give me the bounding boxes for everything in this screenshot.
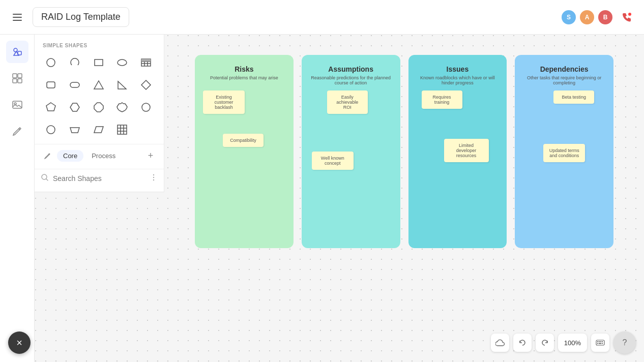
svg-rect-2 [13,20,22,21]
hamburger-button[interactable] [8,8,26,26]
tab-core[interactable]: Core [57,150,83,162]
svg-point-14 [118,59,127,66]
shape-triangle[interactable] [89,75,109,95]
shape-parallelogram[interactable] [89,119,109,140]
shape-pentagon[interactable] [41,97,61,117]
more-options-icon[interactable] [150,173,158,184]
document-title[interactable]: RAID Log Template [33,7,129,27]
avatar-s[interactable]: S [561,9,577,25]
search-icon [41,173,49,184]
raid-card-issues[interactable]: Issues Known roadblocks which have or wi… [408,55,507,248]
shape-trapezoid[interactable] [65,119,85,140]
note-developer[interactable]: Limited developer resources [444,139,489,162]
redo-btn[interactable] [536,334,554,352]
phone-button[interactable] [618,8,636,26]
sidebar-grid-btn[interactable] [6,67,28,89]
svg-point-31 [153,174,154,175]
raid-card-risks[interactable]: Risks Potential problems that may arise … [195,55,294,248]
close-fab[interactable]: × [8,331,31,354]
note-existing-customer[interactable]: Existing customer backlash [203,90,245,114]
avatar-b[interactable]: B [597,9,613,25]
svg-rect-22 [70,82,79,87]
avatar-a[interactable]: A [579,9,595,25]
tab-add[interactable]: + [143,148,158,163]
help-button[interactable]: ? [613,331,636,354]
shape-arc[interactable] [65,52,85,73]
search-input[interactable] [53,174,145,183]
shapes-grid [35,52,164,144]
svg-rect-7 [18,74,22,78]
note-terms[interactable]: Updated terms and conditions [543,144,585,162]
undo-btn[interactable] [513,334,532,352]
svg-point-32 [153,177,154,178]
svg-rect-1 [13,17,22,18]
tab-process[interactable]: Process [85,150,122,162]
svg-rect-13 [95,59,103,66]
issues-subtitle: Known roadblocks which have or will hind… [417,75,499,85]
svg-point-3 [628,13,631,16]
assumptions-subtitle: Reasonable predictions for the planned c… [310,75,392,85]
svg-rect-25 [118,125,127,134]
svg-rect-6 [13,74,17,78]
shape-octagon[interactable] [89,97,109,117]
issues-title: Issues [417,65,499,73]
zoom-level[interactable]: 100% [558,334,587,352]
svg-rect-38 [602,341,603,342]
keyboard-btn[interactable] [591,334,609,352]
shape-circle3[interactable] [41,119,61,140]
sidebar-image-btn[interactable] [6,94,28,116]
shapes-panel: SIMPLE SHAPES [35,35,164,192]
svg-rect-41 [602,343,603,344]
svg-rect-0 [13,14,22,15]
svg-rect-34 [596,340,604,345]
sidebar-draw-btn[interactable] [6,120,28,142]
shape-rectangle[interactable] [89,52,109,73]
dependencies-subtitle: Other tasks that require beginning or co… [523,75,605,85]
bottom-toolbar: 100% ? [491,331,636,354]
note-training[interactable]: Requires training [422,90,462,109]
shape-hexagon[interactable] [65,97,85,117]
shape-dodecagon[interactable] [112,97,132,117]
note-well-known[interactable]: Well known concept [312,152,354,170]
left-sidebar [0,35,35,362]
shape-diamond[interactable] [136,75,156,95]
svg-rect-10 [13,101,22,108]
risks-title: Risks [203,65,285,73]
svg-point-5 [14,48,17,52]
svg-rect-35 [597,341,598,342]
svg-rect-37 [600,341,601,342]
raid-card-dependencies[interactable]: Dependencies Other tasks that require be… [515,55,613,248]
dependencies-title: Dependencies [523,65,605,73]
header: RAID Log Template S A B [0,0,644,35]
svg-rect-20 [141,59,151,62]
shape-rounded-rect[interactable] [41,75,61,95]
shape-table[interactable] [136,52,156,73]
shape-placeholder [136,119,156,140]
shape-stadium[interactable] [65,75,85,95]
pen-tab-icon[interactable] [41,148,55,163]
svg-point-12 [47,58,55,67]
assumptions-title: Assumptions [310,65,392,73]
raid-cards-container: Risks Potential problems that may arise … [164,35,644,268]
title-text: RAID Log Template [41,12,121,22]
svg-rect-9 [18,79,22,83]
note-beta[interactable]: Beta testing [553,90,594,104]
svg-point-33 [153,179,154,180]
shape-grid2[interactable] [112,119,132,140]
shape-circle2[interactable] [136,97,156,117]
risks-subtitle: Potential problems that may arise [203,75,285,80]
shape-circle[interactable] [41,52,61,73]
note-compatibility[interactable]: Compatibility [223,134,264,147]
raid-card-assumptions[interactable]: Assumptions Reasonable predictions for t… [302,55,400,248]
shape-right-triangle[interactable] [112,75,132,95]
shape-ellipse[interactable] [112,52,132,73]
shapes-section-label: SIMPLE SHAPES [35,35,164,52]
svg-rect-39 [597,343,598,344]
shape-tabs: Core Process + [35,144,164,167]
cloud-save-btn[interactable] [491,334,509,352]
note-roi[interactable]: Easily achievable ROI [327,90,368,114]
svg-rect-40 [599,343,601,344]
header-actions: S A B [561,8,636,26]
svg-rect-36 [599,341,600,342]
sidebar-shapes-btn[interactable] [6,41,28,63]
